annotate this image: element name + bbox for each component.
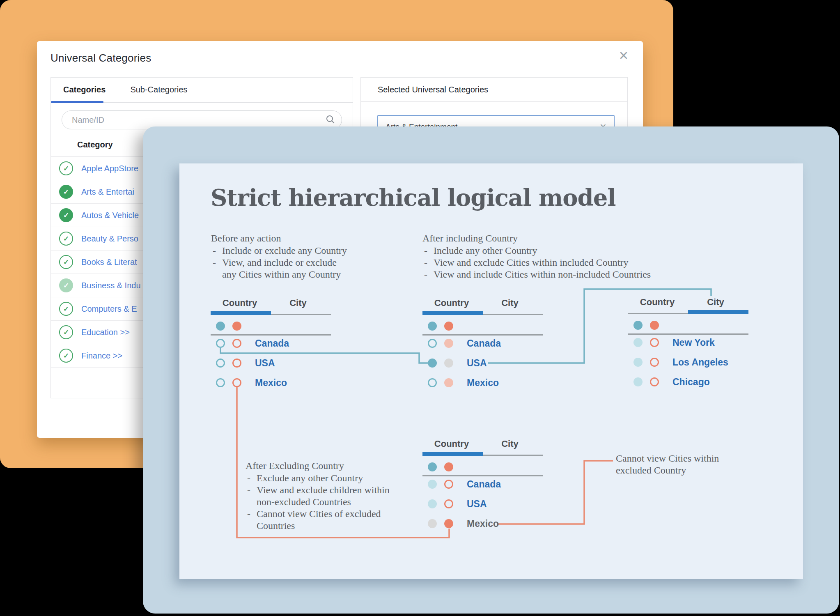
country-row: Canada bbox=[428, 480, 501, 489]
note-bullet: View and exclude Cities within included … bbox=[422, 257, 661, 269]
exclude-radio bbox=[444, 359, 453, 368]
include-radio bbox=[633, 358, 643, 367]
tab-country: Country bbox=[422, 439, 481, 449]
tab-city: City bbox=[481, 439, 539, 449]
category-link[interactable]: Autos & Vehicle bbox=[81, 211, 139, 220]
active-tab-bar bbox=[422, 452, 483, 456]
row-label: USA bbox=[467, 358, 487, 369]
include-radio bbox=[428, 480, 437, 489]
search-icon[interactable] bbox=[326, 115, 335, 126]
check-circle-icon[interactable] bbox=[59, 255, 73, 269]
include-radio bbox=[216, 339, 225, 348]
country-row: USA bbox=[428, 499, 487, 508]
callout-cannot-view-cities: Cannot view Cities within excluded Count… bbox=[616, 453, 753, 476]
note-heading: After including Country bbox=[422, 232, 661, 244]
row-label: Canada bbox=[467, 479, 501, 490]
note-after-excluding: After Excluding Country Exclude any othe… bbox=[246, 460, 408, 532]
exclude-radio bbox=[444, 339, 453, 348]
exclude-radio bbox=[444, 480, 453, 489]
city-row: New York bbox=[633, 338, 715, 347]
legend bbox=[428, 322, 453, 331]
include-radio bbox=[428, 339, 437, 348]
row-label: Mexico bbox=[467, 518, 499, 529]
exclude-radio bbox=[232, 339, 241, 348]
tab-bar: Categories Sub-Categories bbox=[51, 78, 353, 103]
active-tab-bar bbox=[688, 310, 748, 314]
legend bbox=[216, 322, 241, 331]
exclude-legend-dot bbox=[444, 322, 453, 331]
exclude-radio bbox=[444, 499, 453, 508]
note-bullet: View and exclude children within non-exc… bbox=[246, 484, 408, 508]
selected-panel-title: Selected Universal Categories bbox=[361, 78, 627, 102]
diagram-title: Strict hierarchical logical model bbox=[211, 184, 616, 211]
check-circle-icon[interactable] bbox=[59, 325, 73, 339]
include-radio bbox=[428, 499, 437, 508]
city-row: Chicago bbox=[633, 377, 710, 386]
category-link[interactable]: Education >> bbox=[81, 328, 130, 337]
divider bbox=[211, 334, 331, 336]
exclude-legend-dot bbox=[444, 462, 453, 471]
country-row: Mexico bbox=[216, 378, 287, 387]
selector-widget-after-exclude: CountryCity Canada USA Mexico bbox=[422, 436, 543, 535]
include-radio bbox=[216, 359, 225, 368]
check-circle-icon[interactable] bbox=[59, 232, 73, 246]
include-legend-dot bbox=[216, 322, 225, 331]
exclude-legend-dot bbox=[650, 321, 659, 330]
country-row: Canada bbox=[428, 339, 501, 348]
check-circle-icon[interactable] bbox=[59, 349, 73, 363]
exclude-radio bbox=[650, 377, 659, 386]
modal-title: Universal Categories bbox=[50, 52, 151, 64]
selector-widget-after-include: CountryCity Canada USA Mexico bbox=[422, 295, 543, 394]
close-icon[interactable]: × bbox=[619, 48, 628, 63]
category-link[interactable]: Apple AppStore bbox=[81, 164, 138, 173]
tab-sub-categories[interactable]: Sub-Categories bbox=[118, 85, 200, 94]
check-circle-icon[interactable] bbox=[59, 278, 73, 292]
check-circle-icon[interactable] bbox=[59, 302, 73, 316]
row-label: Chicago bbox=[672, 377, 710, 388]
tab-country: Country bbox=[628, 297, 686, 308]
category-link[interactable]: Computers & E bbox=[81, 304, 137, 314]
country-row: Mexico bbox=[428, 519, 499, 528]
note-bullet: View, and include or exclude any Cities … bbox=[211, 257, 353, 280]
row-label: USA bbox=[467, 499, 487, 510]
check-circle-icon[interactable] bbox=[59, 185, 73, 199]
row-label: USA bbox=[255, 358, 275, 369]
diagram-card: Strict hierarchical logical model Before… bbox=[179, 163, 803, 579]
include-radio bbox=[428, 378, 437, 387]
row-label: Canada bbox=[467, 338, 501, 349]
active-tab-bar bbox=[422, 311, 483, 315]
active-tab-underline bbox=[51, 101, 103, 103]
note-bullet: Exclude any other Country bbox=[246, 472, 408, 484]
row-label: Mexico bbox=[255, 377, 287, 388]
tab-categories[interactable]: Categories bbox=[51, 85, 118, 94]
note-bullet: Include any other Country bbox=[422, 245, 661, 257]
divider bbox=[422, 334, 543, 336]
exclude-radio bbox=[444, 519, 453, 528]
tab-city: City bbox=[686, 297, 745, 308]
tab-city: City bbox=[481, 298, 539, 308]
divider bbox=[628, 333, 748, 335]
exclude-radio bbox=[232, 359, 241, 368]
divider bbox=[422, 475, 543, 476]
category-link[interactable]: Arts & Entertai bbox=[81, 187, 134, 197]
include-radio bbox=[216, 378, 225, 387]
note-before-any-action: Before any action Include or exclude any… bbox=[211, 232, 353, 280]
category-link[interactable]: Books & Literat bbox=[81, 257, 137, 267]
exclude-radio bbox=[650, 338, 659, 347]
check-circle-icon[interactable] bbox=[59, 208, 73, 222]
note-bullet: Include or exclude any Country bbox=[211, 245, 353, 257]
include-radio bbox=[633, 377, 643, 386]
note-bullet: Cannot view Cities of excluded Countries bbox=[246, 508, 408, 532]
legend bbox=[428, 462, 453, 471]
include-legend-dot bbox=[633, 321, 643, 330]
tab-city: City bbox=[269, 298, 327, 308]
selector-widget-cities: CountryCity New York Los Angeles Chicago bbox=[628, 294, 749, 393]
category-link[interactable]: Beauty & Perso bbox=[81, 234, 138, 244]
category-link[interactable]: Business & Indu bbox=[81, 281, 141, 290]
row-label: New York bbox=[672, 337, 715, 348]
check-circle-icon[interactable] bbox=[59, 161, 73, 175]
selector-widget-before: CountryCity Canada USA Mexico bbox=[211, 295, 331, 394]
category-link[interactable]: Finance >> bbox=[81, 351, 122, 361]
note-heading: After Excluding Country bbox=[246, 460, 408, 472]
row-label: Canada bbox=[255, 338, 289, 349]
